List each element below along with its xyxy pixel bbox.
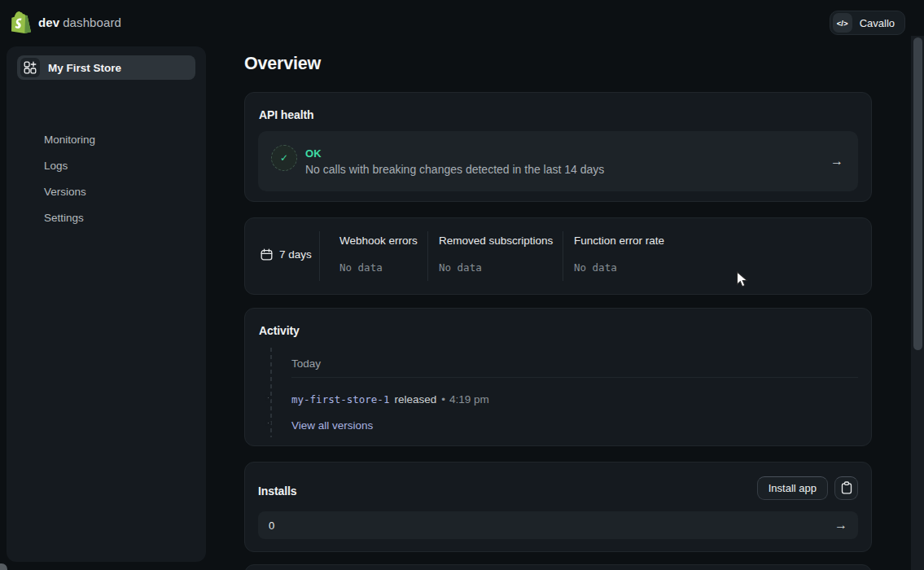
app-title: devdashboard: [38, 15, 121, 29]
corner-element: [0, 563, 7, 570]
metric-label: Function error rate: [574, 235, 664, 247]
api-health-status-row[interactable]: ✓ OK No calls with breaking changes dete…: [258, 131, 858, 191]
activity-title: Activity: [259, 324, 300, 337]
event-action: released: [394, 393, 436, 406]
arrow-right-icon: →: [834, 518, 847, 533]
divider: [291, 377, 858, 378]
app-root: devdashboard </> Cavallo My First Store …: [0, 0, 924, 570]
scrollbar-thumb[interactable]: [913, 37, 922, 350]
view-all-versions-link[interactable]: View all versions: [291, 419, 373, 432]
metrics-card: 7 days Webhook errors No data Removed su…: [244, 217, 872, 295]
page-title: Overview: [244, 54, 321, 74]
api-health-status: OK: [305, 147, 322, 160]
metric-value: No data: [339, 261, 383, 274]
sidebar-item-settings[interactable]: Settings: [44, 211, 84, 225]
copy-install-link-button[interactable]: [834, 476, 858, 500]
calendar-icon: [261, 248, 273, 261]
brand-home-link[interactable]: devdashboard: [11, 11, 121, 33]
sidebar-item-label: My First Store: [48, 62, 121, 74]
divider: [319, 231, 320, 281]
next-card-partial: [244, 564, 872, 570]
install-app-button[interactable]: Install app: [757, 476, 828, 500]
sidebar-item-store[interactable]: My First Store: [17, 55, 195, 80]
installs-header: Installs Install app: [258, 476, 858, 500]
clipboard-icon: [841, 481, 852, 494]
installs-count: 0: [269, 520, 274, 532]
sidebar-item-logs[interactable]: Logs: [44, 159, 68, 173]
timeline-dot: [265, 420, 271, 426]
installs-count-row[interactable]: 0 →: [258, 511, 858, 539]
main-content: Overview API health ✓ OK No calls with b…: [244, 0, 872, 570]
activity-event: my-first-store-1released•4:19 pm: [291, 393, 489, 406]
date-range-selector[interactable]: 7 days: [261, 248, 312, 261]
event-time: 4:19 pm: [449, 393, 489, 406]
activity-group-label: Today: [291, 357, 321, 370]
api-health-card: API health ✓ OK No calls with breaking c…: [244, 92, 872, 202]
divider: [563, 231, 563, 281]
version-link[interactable]: my-first-store-1: [291, 393, 389, 406]
arrow-right-icon: →: [830, 154, 843, 169]
metric-value: No data: [439, 261, 482, 274]
sidebar: My First Store Monitoring Logs Versions …: [7, 46, 206, 562]
scrollbar-track[interactable]: [911, 36, 924, 570]
timeline-dot: [265, 395, 271, 401]
sidebar-item-monitoring[interactable]: Monitoring: [44, 133, 95, 147]
metric-value: No data: [574, 261, 617, 274]
installs-card: Installs Install app 0 →: [244, 462, 872, 552]
metric-label: Removed subscriptions: [439, 235, 553, 247]
divider: [427, 231, 428, 281]
shopify-logo-icon: [11, 11, 31, 33]
installs-actions: Install app: [757, 476, 858, 500]
installs-title: Installs: [258, 484, 296, 498]
date-range-label: 7 days: [279, 248, 312, 261]
sidebar-item-versions[interactable]: Versions: [44, 185, 86, 199]
event-separator: •: [441, 393, 445, 406]
activity-card: Activity Today my-first-store-1released•…: [244, 308, 872, 446]
apps-grid-icon: [20, 58, 40, 77]
api-health-description: No calls with breaking changes detected …: [305, 163, 604, 176]
check-circle-icon: ✓: [271, 145, 297, 171]
api-health-title: API health: [259, 108, 313, 121]
metric-label: Webhook errors: [339, 235, 418, 247]
